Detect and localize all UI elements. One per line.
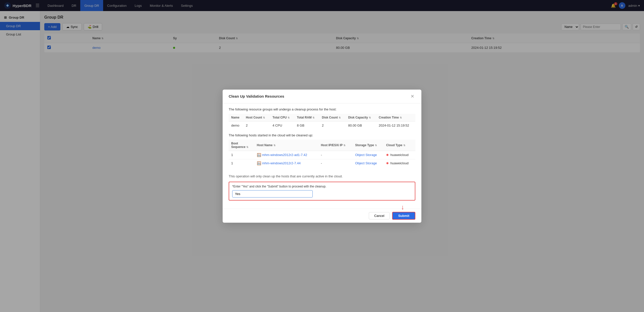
rth-cpu[interactable]: Total CPU ⇅ bbox=[270, 114, 294, 122]
modal-footer: ↓ Cancel Submit bbox=[223, 209, 421, 223]
sort-ram: ⇅ bbox=[312, 116, 314, 119]
res-disk-count: 2 bbox=[319, 121, 346, 129]
rth-ram[interactable]: Total RAM ⇅ bbox=[294, 114, 319, 122]
hth-ip[interactable]: Host IP/ESXi IP ⇅ bbox=[318, 140, 352, 151]
sort-rdkc: ⇅ bbox=[339, 116, 341, 119]
hosts-intro-text: The following hosts started in the cloud… bbox=[229, 133, 415, 137]
host2-name-link[interactable]: mhm-windows2012r2-7.44 bbox=[262, 161, 301, 165]
sort-rct: ⇅ bbox=[400, 116, 402, 119]
host1-storage: Object Storage bbox=[353, 151, 384, 159]
res-cpu: 4 CPU bbox=[270, 121, 294, 129]
host1-ip: - bbox=[318, 151, 352, 159]
host1-boot-seq: 1 bbox=[229, 151, 254, 159]
modal-header: Clean Up Validation Resources ✕ bbox=[223, 90, 421, 103]
sort-hn: ⇅ bbox=[273, 144, 275, 147]
host-row-1: 1 🪟 mhm-windows2012r2-ad1-7.42 - Object … bbox=[229, 151, 415, 159]
res-creation: 2024-01-12 15:19:52 bbox=[376, 121, 415, 129]
confirm-yes-input[interactable] bbox=[232, 190, 313, 198]
confirm-label: *Enter "Yes" and click the "Submit" butt… bbox=[232, 185, 412, 188]
rth-disk-cap[interactable]: Disk Capacity ⇅ bbox=[346, 114, 376, 122]
modal: Clean Up Validation Resources ✕ The foll… bbox=[223, 90, 421, 223]
hosts-table: BootSequence ⇅ Host Name ⇅ Host IP/ESXi … bbox=[229, 140, 415, 167]
res-ram: 8 GB bbox=[294, 121, 319, 129]
host2-storage: Object Storage bbox=[353, 159, 384, 167]
resource-group-table: Name Host Count ⇅ Total CPU ⇅ Total RAM … bbox=[229, 114, 415, 129]
res-disk-cap: 80.00 GB bbox=[346, 121, 376, 129]
host2-cloud: ❋ huaweicloud bbox=[384, 159, 415, 167]
modal-body: The following resource groups will under… bbox=[223, 103, 421, 209]
submit-button[interactable]: Submit bbox=[392, 212, 415, 220]
host-row-2: 1 🪟 mhm-windows2012r2-7.44 - Object Stor… bbox=[229, 159, 415, 167]
sort-hc: ⇅ bbox=[263, 116, 265, 119]
host2-boot-seq: 1 bbox=[229, 159, 254, 167]
resource-table-header: Name Host Count ⇅ Total CPU ⇅ Total RAM … bbox=[229, 114, 415, 122]
host2-ip: - bbox=[318, 159, 352, 167]
modal-close-button[interactable]: ✕ bbox=[410, 94, 415, 99]
windows-os-icon: 🪟 bbox=[257, 153, 261, 157]
res-host-count: 2 bbox=[243, 121, 270, 129]
sort-bs: ⇅ bbox=[246, 146, 248, 148]
resource-table-row: demo 2 4 CPU 8 GB 2 80.00 GB 2024-01-12 … bbox=[229, 121, 415, 129]
huawei-icon-2: ❋ bbox=[386, 162, 389, 165]
rth-host-count[interactable]: Host Count ⇅ bbox=[243, 114, 270, 122]
huawei-icon: ❋ bbox=[386, 153, 389, 157]
host1-name-link[interactable]: mhm-windows2012r2-ad1-7.42 bbox=[262, 153, 307, 157]
host1-storage-link[interactable]: Object Storage bbox=[355, 153, 377, 157]
sort-cpu: ⇅ bbox=[288, 116, 290, 119]
host1-name: 🪟 mhm-windows2012r2-ad1-7.42 bbox=[254, 151, 318, 159]
modal-title: Clean Up Validation Resources bbox=[229, 94, 284, 98]
sort-st: ⇅ bbox=[375, 144, 377, 147]
hth-hostname[interactable]: Host Name ⇅ bbox=[254, 140, 318, 151]
hosts-table-scroll: BootSequence ⇅ Host Name ⇅ Host IP/ESXi … bbox=[229, 140, 415, 171]
rth-creation-time[interactable]: Creation Time ⇅ bbox=[376, 114, 415, 122]
rth-disk-count[interactable]: Disk Count ⇅ bbox=[319, 114, 346, 122]
hosts-table-header: BootSequence ⇅ Host Name ⇅ Host IP/ESXi … bbox=[229, 140, 415, 151]
host2-storage-link[interactable]: Object Storage bbox=[355, 161, 377, 165]
modal-overlay: Clean Up Validation Resources ✕ The foll… bbox=[0, 0, 644, 312]
sort-ip: ⇅ bbox=[343, 144, 345, 147]
confirm-box: *Enter "Yes" and click the "Submit" butt… bbox=[229, 182, 415, 201]
hth-boot-seq[interactable]: BootSequence ⇅ bbox=[229, 140, 254, 151]
hth-cloud[interactable]: Cloud Type ⇅ bbox=[384, 140, 415, 151]
host2-name: 🪟 mhm-windows2012r2-7.44 bbox=[254, 159, 318, 167]
host1-cloud: ❋ huaweicloud bbox=[384, 151, 415, 159]
sort-ct: ⇅ bbox=[403, 144, 405, 147]
operation-note: This operation will only clean up the ho… bbox=[229, 174, 415, 178]
cancel-button[interactable]: Cancel bbox=[369, 212, 389, 219]
sort-rdcp: ⇅ bbox=[369, 116, 371, 119]
rth-name[interactable]: Name bbox=[229, 114, 243, 122]
windows-os-icon-2: 🪟 bbox=[257, 161, 261, 165]
modal-intro-text: The following resource groups will under… bbox=[229, 107, 415, 111]
hth-storage[interactable]: Storage Type ⇅ bbox=[353, 140, 384, 151]
res-name: demo bbox=[229, 121, 243, 129]
